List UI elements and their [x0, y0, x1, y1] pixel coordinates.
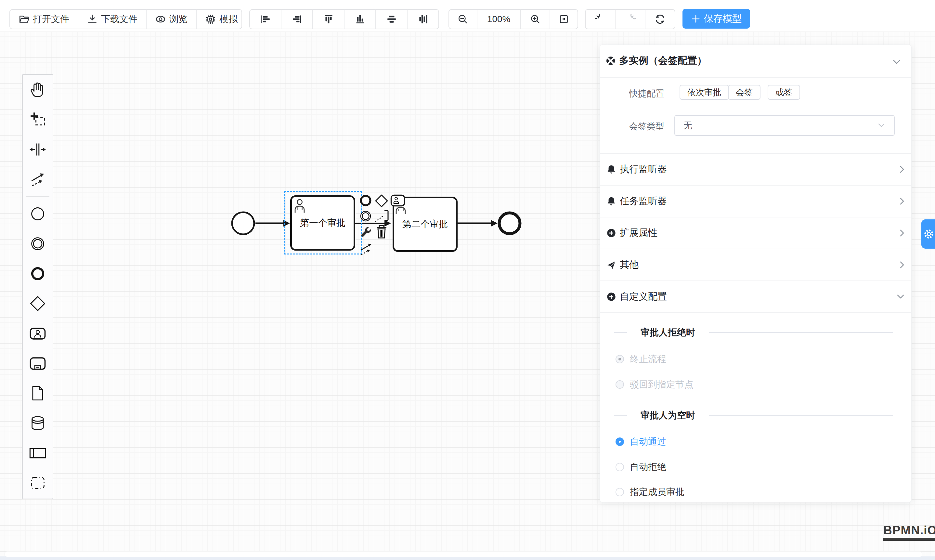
- radio-assign-member[interactable]: 指定成员审批: [615, 486, 684, 498]
- quick-option-sequential-button[interactable]: 依次审批: [680, 85, 729, 100]
- radio-icon: [615, 463, 624, 471]
- radio-return-to-node[interactable]: 驳回到指定节点: [615, 378, 694, 391]
- folder-open-icon: [18, 14, 29, 25]
- create-start-event[interactable]: [23, 199, 53, 229]
- multi-instance-icon: [606, 55, 616, 66]
- trash-icon: [375, 224, 388, 239]
- create-user-task[interactable]: [23, 318, 53, 348]
- create-end-event[interactable]: [23, 259, 53, 289]
- panel-divider: [600, 77, 912, 78]
- sign-type-value: 无: [683, 120, 692, 131]
- create-data-store[interactable]: [23, 408, 53, 438]
- top-toolbar: 打开文件 下载文件 浏览 模拟: [0, 0, 935, 32]
- delete-button[interactable]: [375, 224, 388, 239]
- plus-circle-icon: [606, 228, 616, 238]
- chevron-right-icon: [899, 196, 906, 206]
- create-intermediate-event[interactable]: [23, 229, 53, 259]
- quick-option-countersign-button[interactable]: 会签: [728, 85, 760, 100]
- radio-icon: [615, 437, 624, 446]
- data-store-icon: [29, 415, 46, 432]
- plus-icon: [691, 14, 701, 24]
- align-bottom-button[interactable]: [344, 10, 376, 29]
- align-right-button[interactable]: [281, 10, 313, 29]
- bpmn-io-watermark[interactable]: BPMN.iO: [883, 524, 935, 541]
- radio-auto-reject[interactable]: 自动拒绝: [615, 461, 666, 473]
- section-other[interactable]: 其他: [600, 249, 912, 281]
- change-type-button[interactable]: [359, 226, 372, 239]
- zoom-fit-button[interactable]: [550, 10, 578, 29]
- sign-type-select[interactable]: 无: [674, 115, 895, 136]
- start-event-icon: [29, 205, 46, 222]
- align-center-vertical-icon: [418, 14, 429, 25]
- create-data-object[interactable]: [23, 378, 53, 408]
- start-event-shape: [232, 212, 254, 234]
- panel-header: 多实例（会签配置）: [606, 54, 707, 67]
- create-group[interactable]: [23, 468, 53, 498]
- append-user-task-button[interactable]: [390, 194, 405, 207]
- section-extension-properties[interactable]: 扩展属性: [600, 217, 912, 249]
- zoom-level-display[interactable]: 100%: [477, 10, 521, 29]
- create-participant[interactable]: [23, 438, 53, 468]
- append-intermediate-event-button[interactable]: [359, 209, 372, 223]
- download-file-label: 下载文件: [101, 13, 137, 25]
- send-icon: [606, 260, 616, 270]
- zoom-button-group: 100%: [449, 9, 578, 29]
- horizontal-scrollbar[interactable]: [5, 551, 922, 557]
- append-text-annotation-button[interactable]: [373, 208, 390, 224]
- create-gateway[interactable]: [23, 289, 53, 318]
- align-top-button[interactable]: [313, 10, 344, 29]
- wrench-icon: [359, 226, 372, 239]
- align-center-horizontal-button[interactable]: [376, 10, 408, 29]
- radio-icon: [615, 380, 624, 389]
- redo-button[interactable]: [615, 10, 646, 29]
- reset-icon-button[interactable]: [646, 10, 675, 29]
- user-task-icon: [29, 325, 46, 342]
- open-file-label: 打开文件: [33, 13, 69, 25]
- task-first-approval-label: 第一个审批: [300, 217, 346, 229]
- zoom-out-button[interactable]: [449, 10, 477, 29]
- plus-circle-icon: [606, 292, 616, 302]
- create-subprocess[interactable]: [23, 348, 53, 378]
- gear-icon: [923, 228, 934, 240]
- panel-title: 多实例（会签配置）: [619, 54, 707, 67]
- preview-label: 浏览: [169, 13, 188, 25]
- empty-group-title: 审批人为空时: [600, 409, 912, 422]
- section-task-listener[interactable]: 任务监听器: [600, 186, 912, 217]
- simulate-button[interactable]: 模拟: [197, 10, 246, 29]
- properties-panel: 多实例（会签配置） 快捷配置 依次审批 会签 或签 会签类型 无: [600, 45, 912, 503]
- align-left-button[interactable]: [250, 10, 281, 29]
- undo-button[interactable]: [586, 10, 615, 29]
- chevron-right-icon: [899, 228, 906, 238]
- bell-icon: [606, 196, 616, 206]
- zoom-in-button[interactable]: [521, 10, 551, 29]
- chevron-right-icon: [899, 260, 906, 270]
- preview-button[interactable]: 浏览: [146, 10, 197, 29]
- task-first-approval[interactable]: 第一个审批: [290, 195, 355, 251]
- connect-button[interactable]: [359, 241, 374, 257]
- radio-auto-pass[interactable]: 自动通过: [615, 435, 666, 448]
- quick-option-orsign-button[interactable]: 或签: [767, 85, 800, 100]
- end-event-shape: [499, 213, 520, 234]
- save-model-button[interactable]: 保存模型: [683, 9, 750, 29]
- hand-tool[interactable]: [23, 75, 53, 105]
- settings-edge-tab[interactable]: [921, 219, 935, 249]
- collapse-chevron-down-icon[interactable]: [892, 58, 901, 66]
- lasso-tool[interactable]: [23, 105, 53, 135]
- append-gateway-button[interactable]: [374, 194, 389, 208]
- space-tool[interactable]: [23, 135, 53, 165]
- append-end-event-button[interactable]: [359, 194, 372, 208]
- eye-icon: [155, 14, 166, 25]
- align-center-horizontal-icon: [386, 14, 397, 25]
- align-left-icon: [260, 14, 271, 25]
- open-file-button[interactable]: 打开文件: [10, 10, 78, 29]
- section-custom-config[interactable]: 自定义配置: [600, 281, 912, 313]
- lasso-icon: [29, 111, 46, 128]
- simulate-label: 模拟: [219, 13, 238, 25]
- download-file-button[interactable]: 下载文件: [78, 10, 146, 29]
- reset-icon: [655, 14, 666, 25]
- section-execution-listener[interactable]: 执行监听器: [600, 153, 912, 186]
- radio-terminate-process[interactable]: 终止流程: [615, 353, 666, 365]
- align-top-icon: [323, 14, 334, 25]
- global-connect-tool[interactable]: [23, 165, 53, 194]
- align-center-vertical-button[interactable]: [408, 10, 438, 29]
